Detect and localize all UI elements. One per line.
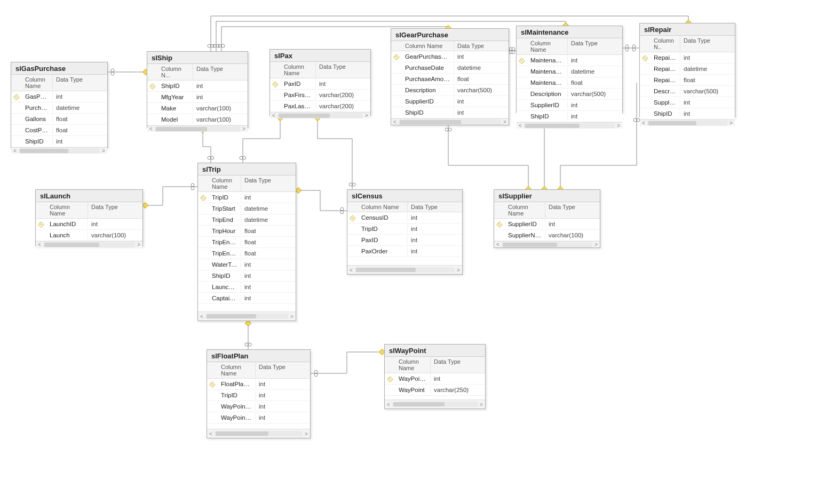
table-row[interactable]: WayPointvarchar(250) xyxy=(385,385,485,396)
table-row[interactable]: ⚿PaxIDint xyxy=(270,78,370,90)
table-slGasPurchase[interactable]: slGasPurchase Column Name Data Type ⚿Gas… xyxy=(11,62,108,148)
table-slLaunch[interactable]: slLaunch Column Name Data Type ⚿LaunchID… xyxy=(35,189,143,246)
table-row[interactable]: ShipIDint xyxy=(640,108,735,119)
table-slTrip[interactable]: slTrip Column Name Data Type ⚿TripIDint … xyxy=(197,163,296,321)
table-row[interactable]: PaxFirstNamevarchar(200) xyxy=(270,90,370,101)
table-row[interactable]: CostPerGallonfloat xyxy=(11,125,107,136)
scrollbar[interactable]: <> xyxy=(147,125,248,132)
table-slPax[interactable]: slPax Column Name Data Type ⚿PaxIDint Pa… xyxy=(269,49,371,116)
scroll-left-icon[interactable]: < xyxy=(12,148,18,154)
table-row[interactable]: RepairCostfloat xyxy=(640,75,735,86)
table-row[interactable]: CaptainIDint xyxy=(198,293,296,304)
scroll-left-icon[interactable]: < xyxy=(37,242,42,247)
table-row[interactable]: PaxOrderint xyxy=(347,246,462,257)
table-row[interactable]: TripEnddatetime xyxy=(198,214,296,226)
scrollbar[interactable]: <> xyxy=(11,147,107,154)
scroll-right-icon[interactable]: > xyxy=(616,123,621,129)
scroll-right-icon[interactable]: > xyxy=(101,148,106,154)
table-row[interactable]: PaxLastNamevarchar(200) xyxy=(270,101,370,112)
table-row[interactable]: ⚿TripIDint xyxy=(198,192,296,203)
table-row[interactable]: PurchaseDatedatetime xyxy=(11,102,107,114)
table-row[interactable]: ⚿WayPointIDint xyxy=(385,373,485,385)
scrollbar[interactable]: <> xyxy=(270,112,370,118)
scroll-right-icon[interactable]: > xyxy=(136,242,141,247)
table-row[interactable]: SupplierIDint xyxy=(391,96,509,107)
table-slGearPurchase[interactable]: slGearPurchase Column Name Data Type ⚿Ge… xyxy=(391,28,509,125)
table-row[interactable]: TripIDint xyxy=(207,390,310,401)
table-row[interactable]: ⚿LaunchIDint xyxy=(36,219,142,230)
table-slWayPoint[interactable]: slWayPoint Column Name Data Type ⚿WayPoi… xyxy=(384,344,486,409)
scroll-right-icon[interactable]: > xyxy=(456,267,461,273)
scroll-left-icon[interactable]: < xyxy=(386,402,391,407)
scrollbar[interactable]: <> xyxy=(347,265,462,274)
table-row[interactable]: WaterTempint xyxy=(198,259,296,270)
scroll-left-icon[interactable]: < xyxy=(518,123,523,129)
table-row[interactable]: ⚿GearPurchaseIDint xyxy=(391,51,509,62)
table-row[interactable]: TripHourfloat xyxy=(198,226,296,237)
table-row[interactable]: ⚿RepairIDint xyxy=(640,52,735,63)
scrollbar[interactable]: <> xyxy=(391,118,509,125)
scrollbar[interactable]: <> xyxy=(207,429,310,438)
table-row[interactable]: RepairDatedatetime xyxy=(640,63,735,75)
scroll-right-icon[interactable]: > xyxy=(593,242,599,247)
table-row[interactable]: Descriptionvarchar(500) xyxy=(640,86,735,97)
table-row[interactable]: WayPointIDint xyxy=(207,401,310,412)
table-row[interactable]: MaintenanceDatedatetime xyxy=(517,66,622,77)
table-row[interactable]: TripStartdatetime xyxy=(198,203,296,214)
table-row[interactable]: LaunchIDint xyxy=(198,282,296,293)
scroll-left-icon[interactable]: < xyxy=(148,126,154,132)
table-row[interactable]: ⚿FloatPlanIDint xyxy=(207,379,310,390)
table-row[interactable]: SupplierIDint xyxy=(517,100,622,111)
scroll-right-icon[interactable]: > xyxy=(728,120,734,126)
table-row[interactable]: ShipIDint xyxy=(517,111,622,122)
table-slMaintenance[interactable]: slMaintenance Column Name Data Type ⚿Mai… xyxy=(516,26,623,113)
table-row[interactable]: ⚿MaintenanceIDint xyxy=(517,55,622,66)
table-row[interactable]: MfgYearint xyxy=(147,92,248,103)
table-slRepair[interactable]: slRepair Column N.. Data Type ⚿RepairIDi… xyxy=(639,23,735,117)
diagram-canvas[interactable]: slGasPurchase Column Name Data Type ⚿Gas… xyxy=(0,0,817,504)
scroll-left-icon[interactable]: < xyxy=(348,267,354,273)
scrollbar[interactable]: <> xyxy=(640,119,735,126)
table-row[interactable]: Launchvarchar(100) xyxy=(36,230,142,241)
table-row[interactable]: SupplierNamevarchar(100) xyxy=(494,230,600,241)
table-row[interactable]: ⚿SupplierIDint xyxy=(494,219,600,230)
table-slCensus[interactable]: slCensus Column Name Data Type ⚿CensusID… xyxy=(347,189,463,275)
scrollbar[interactable]: <> xyxy=(198,311,296,321)
table-row[interactable]: Modelvarchar(100) xyxy=(147,114,248,125)
table-row[interactable]: TripIDint xyxy=(347,223,462,235)
scrollbar[interactable]: <> xyxy=(385,399,485,409)
scroll-right-icon[interactable]: > xyxy=(364,113,369,118)
table-row[interactable]: Gallonsfloat xyxy=(11,114,107,125)
table-slSupplier[interactable]: slSupplier Column Name Data Type ⚿Suppli… xyxy=(494,189,600,248)
scroll-right-icon[interactable]: > xyxy=(479,402,484,407)
table-row[interactable]: SupplierIDint xyxy=(640,97,735,108)
scroll-left-icon[interactable]: < xyxy=(641,120,646,126)
scroll-left-icon[interactable]: < xyxy=(208,431,213,437)
scroll-left-icon[interactable]: < xyxy=(392,119,398,125)
scrollbar[interactable]: <> xyxy=(517,122,622,129)
table-row[interactable]: Descriptionvarchar(500) xyxy=(391,85,509,96)
scrollbar[interactable]: <> xyxy=(494,241,600,247)
scroll-right-icon[interactable]: > xyxy=(289,314,295,319)
scroll-right-icon[interactable]: > xyxy=(502,119,507,125)
table-row[interactable]: MaintenanceCostfloat xyxy=(517,77,622,89)
table-row[interactable]: ShipIDint xyxy=(198,270,296,282)
scroll-left-icon[interactable]: < xyxy=(495,242,501,247)
scroll-left-icon[interactable]: < xyxy=(271,113,276,118)
table-slShip[interactable]: slShip Column N... Data Type ⚿ShipIDint … xyxy=(147,51,248,128)
table-row[interactable]: PurchaseAmountfloat xyxy=(391,74,509,85)
scrollbar[interactable]: <> xyxy=(36,241,142,247)
table-row[interactable]: Makevarchar(100) xyxy=(147,103,248,114)
table-row[interactable]: ⚿ShipIDint xyxy=(147,81,248,92)
table-row[interactable]: WayPointOrderint xyxy=(207,412,310,423)
table-row[interactable]: TripEngineStartfloat xyxy=(198,237,296,248)
table-row[interactable]: ShipIDint xyxy=(391,107,509,118)
table-row[interactable]: TripEngineEndfloat xyxy=(198,248,296,259)
scroll-left-icon[interactable]: < xyxy=(199,314,204,319)
table-row[interactable]: ⚿GasPurchaseIDint xyxy=(11,91,107,102)
table-row[interactable]: ShipIDint xyxy=(11,136,107,147)
scroll-right-icon[interactable]: > xyxy=(304,431,309,437)
table-row[interactable]: PaxIDint xyxy=(347,235,462,246)
table-row[interactable]: Descriptionvarchar(500) xyxy=(517,89,622,100)
table-row[interactable]: ⚿CensusIDint xyxy=(347,212,462,223)
